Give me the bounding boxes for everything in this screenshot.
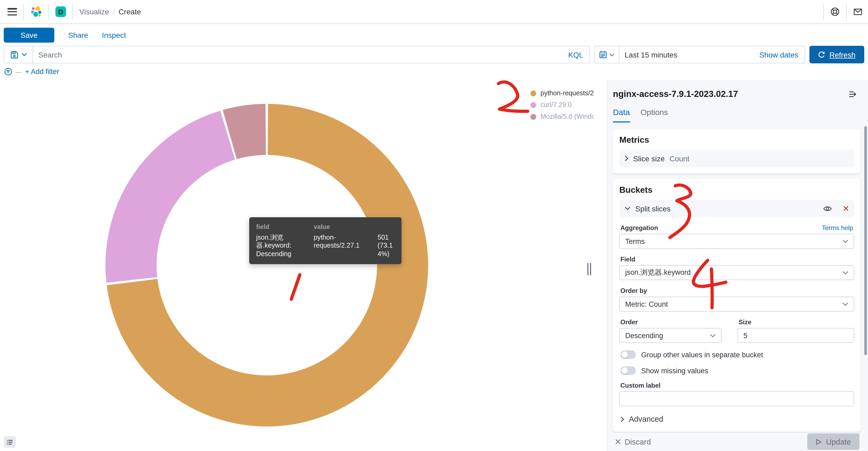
advanced-accordion[interactable]: Advanced (620, 415, 853, 423)
metrics-heading: Metrics (619, 135, 854, 145)
legend-label: Mozilla/5.0 (Window... (540, 113, 594, 120)
field-value: json.浏览器.keyword (625, 268, 691, 278)
split-slices-label: Split slices (635, 204, 671, 213)
main-content: python-requests/2.... curl/7.29.0 Mozill… (0, 80, 868, 451)
order-label: Order (620, 318, 638, 326)
size-input[interactable] (738, 328, 854, 343)
field-select[interactable]: json.浏览器.keyword (619, 265, 854, 280)
play-icon (816, 439, 822, 445)
legend-item[interactable]: curl/7.29.0 (530, 101, 594, 108)
divider (72, 4, 73, 20)
filter-bar: — + Add filter (0, 63, 868, 80)
search-input[interactable] (33, 46, 562, 63)
slice-size-accordion[interactable]: Slice size Count (619, 150, 854, 167)
kibana-visualize-app: D Visualize / Create Save Share Inspect (0, 0, 868, 451)
top-nav: D Visualize / Create (0, 0, 868, 24)
divider (846, 4, 847, 20)
order-value: Descending (625, 331, 663, 340)
legend-color-dot (530, 114, 536, 120)
discard-label: Discard (625, 438, 651, 446)
custom-label-input[interactable] (619, 391, 854, 406)
breadcrumb-separator: / (113, 7, 115, 16)
size-label: Size (739, 318, 751, 326)
query-bar: KQL Last 15 minutes Show dates Refresh (0, 46, 868, 63)
chevron-right-icon (625, 156, 628, 161)
refresh-icon (818, 51, 826, 58)
buckets-card: Buckets Split slices Aggregation Terms h… (613, 179, 861, 432)
date-quick-select-button[interactable] (595, 46, 619, 63)
tab-data[interactable]: Data (613, 107, 630, 123)
remove-bucket-icon[interactable] (843, 205, 849, 212)
eye-icon[interactable] (823, 205, 832, 212)
order-by-select[interactable]: Metric: Count (619, 297, 854, 312)
save-button[interactable]: Save (4, 27, 54, 42)
search-box: KQL (4, 46, 590, 63)
legend-color-dot (530, 90, 536, 96)
pie-slice[interactable] (105, 111, 235, 283)
chart-tooltip: field value json.浏览器.keyword: Descending… (249, 217, 402, 264)
donut-chart[interactable] (0, 80, 607, 451)
group-other-label: Group other values in separate bucket (641, 351, 763, 359)
mail-icon[interactable] (853, 7, 863, 17)
aggregation-select[interactable]: Terms (619, 234, 854, 249)
filter-dash: — (16, 68, 22, 75)
saved-query-menu-button[interactable] (4, 46, 33, 63)
legend-toggle-button[interactable] (4, 436, 16, 448)
vis-toolbar: Save Share Inspect (0, 24, 868, 46)
index-pattern-title: nginx-access-7.9.1-2023.02.17 (613, 89, 849, 99)
legend-color-dot (530, 102, 536, 108)
add-filter-button[interactable]: + Add filter (25, 68, 59, 75)
order-select[interactable]: Descending (619, 328, 721, 343)
filter-icon[interactable] (4, 68, 12, 75)
terms-help-link[interactable]: Terms help (822, 224, 853, 232)
share-button[interactable]: Share (68, 31, 88, 39)
legend-item[interactable]: python-requests/2.... (530, 90, 594, 97)
menu-icon[interactable] (7, 8, 17, 15)
chevron-down-icon (710, 333, 716, 337)
advanced-label: Advanced (629, 415, 663, 423)
divider (49, 4, 49, 20)
breadcrumb-create: Create (119, 7, 141, 16)
order-by-value: Metric: Count (625, 300, 668, 308)
chevron-down-icon (842, 302, 848, 306)
breadcrumb-visualize[interactable]: Visualize (79, 7, 109, 16)
kql-button[interactable]: KQL (562, 46, 589, 63)
space-badge[interactable]: D (55, 6, 66, 17)
tab-options[interactable]: Options (640, 107, 668, 123)
field-label: Field (620, 256, 635, 263)
show-missing-toggle[interactable]: Show missing values (619, 366, 854, 375)
inspect-button[interactable]: Inspect (102, 31, 126, 39)
breadcrumb: Visualize / Create (79, 7, 141, 16)
toggle-off-icon (620, 366, 636, 375)
tooltip-field-cell: json.浏览器.keyword: Descending (256, 234, 309, 258)
tooltip-count-cell: 501 (73.14%) (377, 234, 395, 258)
divider (24, 4, 24, 20)
chevron-right-icon (620, 416, 624, 422)
time-range-value[interactable]: Last 15 minutes (619, 50, 677, 59)
show-dates-button[interactable]: Show dates (760, 50, 805, 59)
collapse-panel-icon[interactable] (849, 90, 857, 98)
discard-button[interactable]: Discard (615, 438, 651, 446)
divider (823, 4, 824, 20)
editor-footer: Discard Update (613, 432, 861, 451)
update-button[interactable]: Update (807, 433, 860, 450)
update-label: Update (826, 438, 851, 446)
elastic-logo-icon[interactable] (30, 6, 42, 18)
close-icon (615, 439, 621, 445)
refresh-button[interactable]: Refresh (809, 46, 864, 63)
group-other-toggle[interactable]: Group other values in separate bucket (619, 350, 854, 359)
aggregation-value: Terms (625, 237, 645, 245)
editor-tabs: Data Options (613, 107, 861, 123)
vis-editor-panel: nginx-access-7.9.1-2023.02.17 Data Optio… (607, 80, 868, 451)
split-slices-accordion[interactable]: Split slices (619, 200, 854, 217)
chevron-down-icon (609, 53, 615, 56)
metrics-card: Metrics Slice size Count (613, 129, 861, 173)
help-icon[interactable] (830, 7, 840, 17)
scrollbar-thumb[interactable] (864, 126, 867, 355)
panel-resize-handle[interactable] (587, 263, 591, 275)
calendar-icon (599, 51, 607, 59)
buckets-heading: Buckets (619, 185, 854, 195)
legend-item[interactable]: Mozilla/5.0 (Window... (530, 113, 594, 120)
tooltip-value-header: value (314, 223, 373, 231)
refresh-label: Refresh (829, 50, 856, 59)
